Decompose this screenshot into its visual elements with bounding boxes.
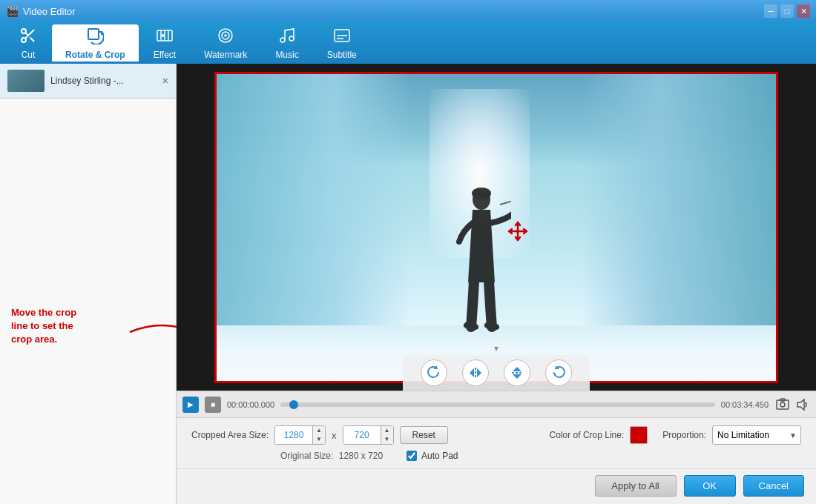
svg-line-4 [25, 33, 28, 36]
tab-cut[interactable]: Cut [6, 24, 50, 62]
tab-rotate-crop[interactable]: Rotate & Crop [52, 24, 139, 62]
time-start: 00:00:00.000 [227, 400, 274, 409]
tab-effect-label: Effect [154, 50, 176, 60]
tab-music-label: Music [275, 50, 298, 60]
annotation-text: Move the crop line to set the crop area. [11, 306, 76, 347]
width-input-group: ▲ ▼ [274, 425, 326, 445]
reset-button[interactable]: Reset [400, 426, 448, 444]
svg-point-0 [22, 29, 26, 33]
tab-rotate-crop-label: Rotate & Crop [65, 50, 125, 60]
svg-point-14 [280, 38, 285, 42]
tab-subtitle[interactable]: Subtitle [314, 24, 370, 62]
screenshot-button[interactable] [774, 397, 791, 413]
bottom-panel: Cropped Area Size: ▲ ▼ x ▲ ▼ [177, 417, 816, 468]
width-input[interactable] [275, 426, 312, 444]
move-cursor-icon [507, 221, 528, 246]
sidebar: Lindsey Stirling -... × Move the crop li… [0, 64, 177, 504]
cancel-button[interactable]: Cancel [743, 475, 804, 497]
cropped-size-label: Cropped Area Size: [191, 430, 269, 440]
maximize-button[interactable]: □ [780, 4, 794, 18]
tab-watermark-label: Watermark [204, 50, 247, 60]
watermark-icon [217, 27, 234, 48]
height-up-button[interactable]: ▲ [381, 426, 393, 435]
proportion-group: Proportion: No Limitation 16:9 4:3 1:1 9… [662, 425, 801, 445]
original-size-label: Original Size: [280, 451, 333, 461]
svg-point-23 [516, 230, 519, 233]
crop-color-group: Color of Crop Line: [550, 426, 648, 444]
svg-point-25 [780, 402, 785, 407]
svg-point-21 [472, 188, 491, 199]
rotate-crop-icon [86, 27, 104, 48]
svg-rect-24 [777, 400, 789, 409]
ok-button[interactable]: OK [684, 475, 736, 497]
tab-subtitle-label: Subtitle [327, 50, 357, 60]
transform-controls: ▾ [403, 355, 590, 391]
title-bar: 🎬 Video Editor ─ □ ✕ [0, 0, 816, 22]
width-down-button[interactable]: ▼ [313, 435, 325, 444]
auto-pad-group: Auto Pad [407, 451, 458, 461]
collapse-chevron[interactable]: ▾ [494, 343, 499, 354]
playback-bar: ▶ ■ 00:00:00.000 00:03:34.450 [177, 391, 816, 417]
stop-button[interactable]: ■ [205, 397, 221, 413]
volume-button[interactable] [794, 397, 810, 413]
svg-point-1 [22, 38, 26, 42]
rotate-left-button[interactable] [421, 359, 447, 386]
cut-icon [19, 27, 37, 48]
tab-watermark[interactable]: Watermark [191, 24, 260, 62]
rotate-right-button[interactable] [545, 359, 572, 386]
apply-to-all-button[interactable]: Apply to All [595, 475, 677, 497]
tab-music[interactable]: Music [262, 24, 312, 62]
flip-horizontal-button[interactable] [462, 359, 489, 386]
video-frame [214, 72, 778, 383]
svg-rect-5 [88, 29, 99, 39]
crop-color-label: Color of Crop Line: [550, 430, 625, 440]
main-content: Lindsey Stirling -... × Move the crop li… [0, 64, 816, 504]
time-end: 00:03:34.450 [721, 400, 769, 409]
width-up-button[interactable]: ▲ [313, 426, 325, 435]
minimize-button[interactable]: ─ [764, 4, 777, 18]
video-area: ▾ [177, 64, 816, 504]
height-input-group: ▲ ▼ [343, 425, 394, 445]
height-down-button[interactable]: ▼ [381, 435, 393, 444]
tab-bar: Cut Rotate & Crop Effect [0, 22, 816, 64]
tab-cut-label: Cut [22, 50, 36, 60]
app-icon: 🎬 [6, 5, 19, 17]
person-silhouette [452, 186, 511, 334]
clip-thumbnail [7, 70, 45, 92]
clip-name: Lindsey Stirling -... [50, 76, 157, 86]
flip-vertical-button[interactable] [504, 359, 530, 386]
app-title: Video Editor [23, 6, 76, 17]
original-size-value: 1280 x 720 [339, 451, 383, 461]
subtitle-icon [333, 27, 351, 48]
cropped-size-group: Cropped Area Size: ▲ ▼ x ▲ ▼ [191, 425, 448, 445]
height-input[interactable] [343, 426, 381, 444]
svg-point-13 [225, 35, 226, 36]
play-button[interactable]: ▶ [182, 397, 199, 413]
clip-close-button[interactable]: × [162, 75, 168, 87]
svg-line-3 [30, 37, 34, 42]
original-size: Original Size: 1280 x 720 [280, 451, 383, 461]
auto-pad-label[interactable]: Auto Pad [421, 451, 458, 461]
music-icon [278, 27, 296, 48]
proportion-label: Proportion: [662, 430, 706, 440]
progress-bar[interactable] [280, 402, 715, 407]
crop-color-swatch[interactable] [630, 426, 648, 444]
tab-effect[interactable]: Effect [140, 24, 189, 62]
video-preview: ▾ [177, 64, 816, 391]
effect-icon [156, 27, 174, 48]
auto-pad-checkbox[interactable] [407, 451, 417, 461]
footer-buttons: Apply to All OK Cancel [177, 468, 816, 504]
svg-point-10 [161, 34, 164, 37]
close-button[interactable]: ✕ [797, 4, 810, 18]
video-background [217, 74, 776, 381]
clip-item[interactable]: Lindsey Stirling -... × [0, 64, 176, 99]
progress-thumb [289, 400, 298, 409]
multiply-symbol: x [332, 430, 337, 441]
svg-point-15 [289, 36, 294, 41]
proportion-select[interactable]: No Limitation 16:9 4:3 1:1 9:16 [712, 425, 801, 445]
